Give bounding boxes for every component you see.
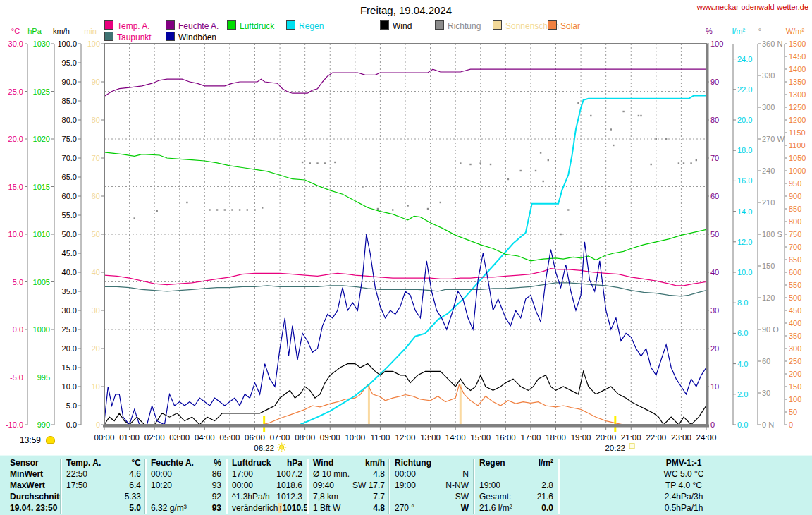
table-column-luftdruck: LuftdruckhPa17:001007.200:001018.6^1.3hP… <box>228 457 307 515</box>
svg-text:300: 300 <box>762 103 775 111</box>
cell: 1 Bft W <box>313 502 340 514</box>
axis-unit-deg: ° <box>758 27 761 35</box>
svg-text:90: 90 <box>710 78 719 86</box>
axis-kmh: 100.095.090.085.080.075.070.065.060.055.… <box>57 40 81 429</box>
cell: Regen <box>479 457 505 468</box>
svg-text:1005: 1005 <box>33 278 50 286</box>
weather-symbol-icon <box>46 436 55 444</box>
x-tick-label: 13:00 <box>420 433 441 442</box>
svg-text:650: 650 <box>789 255 801 264</box>
svg-text:350: 350 <box>789 332 801 340</box>
legend-item-richtung: Richtung <box>435 20 481 30</box>
x-tick-label: 19:00 <box>571 433 591 442</box>
x-tick-label: 01:00 <box>119 433 140 442</box>
axis-unit-hPa: hPa <box>27 27 42 35</box>
legend-item-taupunkt: Taupunkt <box>104 32 152 42</box>
cell-value: 4.6 <box>129 468 141 480</box>
axis-unit-min: min <box>84 27 97 35</box>
svg-text:40: 40 <box>92 268 100 277</box>
cell-value: 21.6 <box>537 491 553 502</box>
svg-text:15.0: 15.0 <box>8 183 23 191</box>
svg-text:-10.0: -10.0 <box>6 420 23 429</box>
svg-text:30: 30 <box>92 306 100 315</box>
table-column-regen: Regenl/m²19:002.8Gesamt:21.621.6 l/m²0.0 <box>475 457 558 515</box>
svg-text:100.0: 100.0 <box>57 40 77 48</box>
cell-value: hPa <box>287 457 302 468</box>
svg-text:90: 90 <box>92 78 100 86</box>
x-tick-label: 20:00 <box>596 433 616 442</box>
svg-text:750: 750 <box>789 230 801 238</box>
table-column-pmv: PMV-1:-1WC 5.0 °CTP 4.0 °C2.4hPa/3h0.5hP… <box>560 457 808 515</box>
svg-text:5.0: 5.0 <box>66 401 77 410</box>
svg-text:550: 550 <box>789 281 801 289</box>
svg-text:100: 100 <box>87 40 100 48</box>
series-wind <box>104 364 706 425</box>
legend-color-swatch <box>493 20 502 30</box>
weather-dashboard: 06:2220:2230.025.020.015.010.05.00.0-5.0… <box>0 0 812 515</box>
svg-text:8.0: 8.0 <box>737 298 748 307</box>
svg-text:70.0: 70.0 <box>62 154 77 162</box>
svg-text:100: 100 <box>710 40 723 48</box>
svg-text:1050: 1050 <box>789 154 806 162</box>
svg-text:800: 800 <box>789 217 801 226</box>
svg-text:20.0: 20.0 <box>737 116 752 124</box>
svg-text:500: 500 <box>789 293 801 302</box>
cell-value: 5.0 <box>129 502 141 514</box>
table-column-separator <box>145 459 147 514</box>
svg-text:1025: 1025 <box>33 87 50 96</box>
x-tick-label: 08:00 <box>295 433 315 442</box>
svg-text:18.0: 18.0 <box>737 146 752 154</box>
svg-text:0 N: 0 N <box>762 420 774 429</box>
table-column-feuchte-a-: Feuchte A.%00:008610:2093926.32 g/m³93 <box>147 457 226 515</box>
axis-wm2: 1500145014001350130012501200115011001050… <box>785 40 806 429</box>
cell-value: 0.0 <box>541 502 553 514</box>
svg-text:1150: 1150 <box>789 128 806 137</box>
table-column-separator <box>61 459 62 514</box>
svg-text:30.0: 30.0 <box>8 40 23 48</box>
legend-label: Richtung <box>448 21 481 31</box>
x-tick-label: 11:00 <box>370 433 390 442</box>
table-column-separator <box>474 459 475 514</box>
svg-text:60: 60 <box>762 357 770 365</box>
svg-text:25.0: 25.0 <box>62 325 77 334</box>
svg-text:40: 40 <box>710 268 719 277</box>
sunrise-time-label: 06:22 <box>254 444 274 452</box>
x-tick-label: 03:00 <box>169 433 190 442</box>
x-tick-label: 23:00 <box>671 433 691 442</box>
svg-text:240: 240 <box>762 166 775 175</box>
sunset-square-icon <box>629 444 634 449</box>
cell-value: l/m² <box>539 457 553 468</box>
svg-text:150: 150 <box>762 262 775 270</box>
cell: 17:00 <box>232 468 253 480</box>
svg-text:850: 850 <box>789 205 801 213</box>
legend-label: Temp. A. <box>117 21 150 31</box>
cell: Feuchte A. <box>151 457 194 468</box>
svg-text:30: 30 <box>762 389 770 397</box>
legend-label: Solar <box>560 21 580 31</box>
legend-label: Taupunkt <box>117 32 152 42</box>
weather-chart: 06:2220:2230.025.020.015.010.05.00.0-5.0… <box>0 0 812 455</box>
cell-value: °C <box>132 457 141 468</box>
svg-text:20: 20 <box>92 344 100 353</box>
cell-value: 6.4 <box>129 480 141 491</box>
series-feuchte-a- <box>104 69 706 96</box>
cell-value: % <box>214 457 221 468</box>
svg-text:1015: 1015 <box>33 183 50 191</box>
svg-text:100: 100 <box>789 395 801 404</box>
legend-label: Regen <box>299 21 324 31</box>
website-link[interactable]: www.neckar-odenwald-wetter.de <box>697 3 808 11</box>
cell: 21.6 l/m² <box>479 502 512 514</box>
svg-text:1000: 1000 <box>33 325 50 334</box>
svg-text:700: 700 <box>789 243 801 251</box>
table-column-temp-a-: Temp. A.°C22:504.617:506.45.335.0 <box>62 457 145 515</box>
svg-text:995: 995 <box>37 373 50 382</box>
cell: Sensor <box>10 457 39 468</box>
pressure-trend-up-icon: ↑ <box>278 503 282 513</box>
axis-unit-lm2: l/m² <box>732 27 745 35</box>
cell: 00:00 <box>395 468 416 480</box>
cell-value: N <box>462 468 469 480</box>
cell-value: W <box>461 502 469 514</box>
cell-value: ↑1010.5 <box>278 502 308 514</box>
cell-value: SW 17.7 <box>352 480 385 491</box>
svg-text:180 S: 180 S <box>762 230 782 238</box>
